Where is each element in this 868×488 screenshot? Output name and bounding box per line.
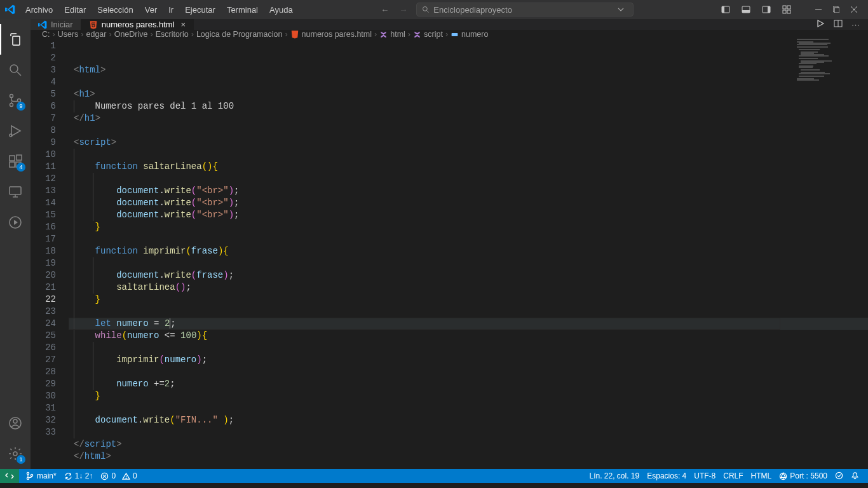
toggle-panel-bottom-icon[interactable] [737, 1, 755, 18]
chevron-down-icon [618, 5, 628, 15]
svg-rect-24 [10, 162, 15, 167]
source-control-icon[interactable]: 9 [0, 85, 31, 116]
toggle-panel-left-icon[interactable] [717, 1, 735, 18]
main-menu: ArchivoEditarSelecciónVerIrEjecutarTermi… [20, 3, 298, 17]
nav-forward-icon[interactable]: → [399, 5, 407, 15]
close-icon[interactable] [845, 1, 863, 18]
svg-rect-3 [722, 6, 724, 13]
minimize-icon[interactable] [810, 1, 827, 18]
more-actions-icon[interactable]: ··· [851, 20, 860, 29]
svg-rect-10 [783, 10, 786, 13]
settings-gear-icon[interactable]: 1 [0, 438, 31, 469]
svg-rect-36 [452, 33, 458, 36]
menu-archivo[interactable]: Archivo [20, 3, 58, 17]
title-bar: ArchivoEditarSelecciónVerIrEjecutarTermi… [0, 0, 868, 19]
command-center-search[interactable]: Enciclopediaproyecto [416, 3, 634, 17]
breadcrumb-segment[interactable]: script [413, 30, 443, 39]
code-editor[interactable]: 1234567891011121314151617181920212223242… [31, 39, 868, 487]
menu-ver[interactable]: Ver [140, 3, 163, 17]
svg-rect-8 [783, 6, 786, 9]
breadcrumb-segment[interactable]: edgar [86, 30, 107, 39]
svg-rect-5 [742, 10, 750, 13]
svg-point-33 [13, 452, 17, 456]
svg-point-32 [13, 419, 17, 423]
accounts-icon[interactable] [0, 408, 31, 438]
remote-indicator[interactable] [0, 469, 19, 483]
tab-iniciar[interactable]: Iniciar [31, 19, 81, 30]
window-controls [810, 1, 863, 18]
svg-line-18 [17, 72, 21, 76]
svg-rect-9 [787, 6, 790, 9]
svg-rect-23 [10, 156, 15, 161]
scm-badge: 9 [17, 102, 25, 111]
svg-rect-26 [17, 155, 22, 160]
search-activity-icon[interactable] [0, 55, 31, 85]
menu-selección[interactable]: Selección [92, 3, 138, 17]
main-area: 9 4 1 Iniciarnumeros pares.html× ··· C:›… [0, 19, 868, 469]
menu-ir[interactable]: Ir [163, 3, 179, 17]
breadcrumb-segment[interactable]: Users [58, 30, 79, 39]
run-icon[interactable] [816, 19, 825, 30]
breadcrumb-segment[interactable]: numeros pares.html [290, 30, 372, 39]
svg-rect-11 [787, 10, 790, 13]
editor-actions: ··· [816, 19, 868, 30]
menu-editar[interactable]: Editar [59, 3, 91, 17]
run-debug-icon[interactable] [0, 116, 31, 146]
breadcrumb-segment[interactable]: OneDrive [114, 30, 148, 39]
svg-point-38 [27, 477, 29, 479]
extensions-badge: 4 [17, 163, 25, 172]
menu-terminal[interactable]: Terminal [222, 3, 263, 17]
explorer-icon[interactable] [0, 24, 31, 55]
split-editor-icon[interactable] [834, 19, 843, 30]
svg-rect-27 [10, 187, 21, 194]
menu-ayuda[interactable]: Ayuda [264, 3, 298, 17]
svg-point-17 [10, 65, 18, 72]
tab-close-icon[interactable]: × [181, 20, 186, 29]
menu-ejecutar[interactable]: Ejecutar [180, 3, 220, 17]
svg-rect-7 [768, 6, 770, 13]
breadcrumb-bar[interactable]: C:›Users›edgar›OneDrive›Escritorio›Logic… [31, 30, 868, 39]
settings-badge: 1 [17, 455, 25, 464]
activity-bar: 9 4 1 [0, 19, 31, 469]
tab-numeros-pares.html[interactable]: numeros pares.html× [81, 19, 194, 30]
customize-layout-icon[interactable] [778, 1, 796, 18]
tab-bar: Iniciarnumeros pares.html× ··· [31, 19, 868, 30]
remote-explorer-icon[interactable] [0, 177, 31, 207]
svg-point-20 [10, 104, 13, 107]
layout-controls [717, 1, 796, 18]
svg-point-19 [10, 95, 13, 98]
search-placeholder: Enciclopediaproyecto [433, 5, 512, 15]
toggle-panel-right-icon[interactable] [757, 1, 775, 18]
code-content[interactable]: <html><h1> Numeros pares del 1 al 100</h… [69, 39, 868, 487]
breadcrumb-segment[interactable]: Logica de Programacion [196, 30, 283, 39]
breadcrumb-segment[interactable]: numero [451, 30, 488, 39]
svg-point-22 [10, 134, 12, 137]
breadcrumb-segment[interactable]: Escritorio [156, 30, 189, 39]
search-icon [422, 6, 430, 13]
nav-arrows: ← → [381, 5, 407, 15]
svg-line-1 [427, 11, 429, 13]
svg-point-0 [423, 7, 428, 11]
extensions-icon[interactable]: 4 [0, 146, 31, 177]
line-gutter: 1234567891011121314151617181920212223242… [31, 39, 69, 487]
breadcrumb-segment[interactable]: C: [42, 30, 50, 39]
nav-back-icon[interactable]: ← [381, 5, 389, 15]
svg-rect-14 [834, 8, 839, 13]
testing-icon[interactable] [0, 207, 31, 238]
editor-group: Iniciarnumeros pares.html× ··· C:›Users›… [31, 19, 868, 469]
breadcrumb-segment[interactable]: html [379, 30, 405, 39]
maximize-icon[interactable] [827, 1, 845, 18]
vscode-logo-icon [5, 4, 15, 15]
svg-point-37 [27, 472, 29, 474]
